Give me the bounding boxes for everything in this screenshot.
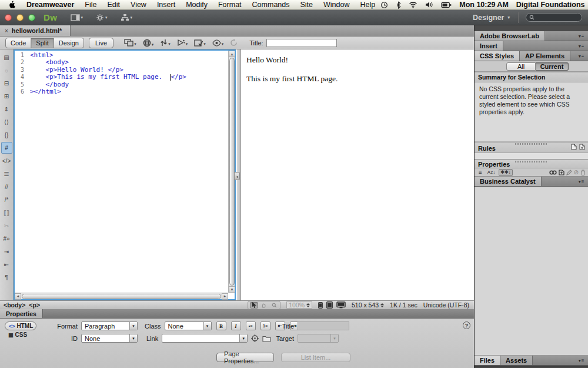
tab-close-icon[interactable]: ×: [5, 28, 8, 34]
wrap-tag-icon[interactable]: ⟦⟧: [1, 207, 12, 218]
wifi-icon[interactable]: [409, 1, 417, 8]
menu-help[interactable]: Help: [355, 1, 381, 9]
remove-comment-icon[interactable]: /*: [1, 194, 12, 205]
preview-in-browser-button[interactable]: ▾: [143, 39, 154, 47]
zoom-window-button[interactable]: [28, 14, 35, 21]
menu-window[interactable]: Window: [318, 1, 355, 9]
folder-icon[interactable]: [262, 335, 271, 342]
menu-dreamweaver[interactable]: Dreamweaver: [21, 1, 79, 9]
tag-p[interactable]: <p>: [29, 301, 40, 309]
menu-modify[interactable]: Modify: [181, 1, 213, 9]
scrollbar-thumb[interactable]: [229, 58, 235, 286]
outdent-code-icon[interactable]: ⇤: [1, 258, 12, 270]
indent-code-icon[interactable]: ⇥: [1, 246, 12, 257]
current-mode-button[interactable]: Current: [536, 62, 569, 71]
properties-panel-tab[interactable]: Properties: [0, 309, 43, 318]
css-properties-section-header[interactable]: Properties: [475, 160, 588, 168]
time-machine-icon[interactable]: [380, 1, 388, 9]
app-search-input[interactable]: [526, 13, 582, 22]
hand-tool-button[interactable]: [260, 302, 268, 309]
attach-style-icon[interactable]: [549, 170, 557, 175]
scroll-right-icon[interactable]: ►: [222, 293, 228, 300]
attach-stylesheet-icon[interactable]: [571, 144, 577, 150]
category-view-button[interactable]: ≡: [477, 169, 484, 176]
move-convert-css-icon[interactable]: #»: [1, 233, 12, 244]
minimize-window-button[interactable]: [16, 14, 24, 21]
drag-grip-icon[interactable]: [515, 143, 548, 145]
edit-rule-icon[interactable]: [566, 170, 572, 175]
recent-snippets-icon[interactable]: ✂: [1, 220, 12, 231]
live-view-button[interactable]: Live: [89, 38, 113, 48]
battery-icon[interactable]: [441, 2, 452, 8]
zoom-tool-button[interactable]: [270, 302, 278, 309]
panel-menu-icon[interactable]: ▾≡: [575, 356, 588, 365]
collapse-full-tag-icon[interactable]: ⊟: [1, 77, 12, 89]
open-documents-icon[interactable]: ▤: [1, 51, 12, 63]
layout-switcher-button[interactable]: ▾: [71, 14, 83, 21]
menu-view[interactable]: View: [125, 1, 152, 9]
window-size-select[interactable]: 510 x 543: [352, 301, 384, 309]
tablet-size-icon[interactable]: [326, 301, 333, 309]
select-parent-tag-icon[interactable]: ⟨⟩: [1, 116, 12, 128]
apple-menu[interactable]: [0, 1, 21, 9]
code-horizontal-scrollbar[interactable]: ◄ ►: [15, 293, 228, 299]
panel-menu-icon[interactable]: ▾≡: [575, 31, 588, 41]
scroll-up-icon[interactable]: ▲: [229, 51, 235, 57]
link-input[interactable]: ▼: [162, 334, 248, 343]
menu-site[interactable]: Site: [295, 1, 319, 9]
tag-body[interactable]: <body>: [4, 301, 25, 309]
bluetooth-icon[interactable]: [396, 1, 401, 9]
scroll-left-icon[interactable]: ◄: [15, 293, 21, 300]
phone-size-icon[interactable]: [318, 302, 323, 309]
file-management-button[interactable]: ▾: [160, 39, 171, 47]
id-select[interactable]: None ▼: [81, 334, 138, 343]
set-properties-view-button[interactable]: ✱✱↓: [499, 169, 512, 176]
panel-menu-icon[interactable]: ▾≡: [575, 177, 588, 186]
files-tab[interactable]: Files: [475, 356, 500, 365]
italic-button[interactable]: I: [231, 321, 241, 330]
new-rule-icon[interactable]: [559, 170, 564, 175]
design-paragraph[interactable]: Hello World!: [246, 55, 474, 65]
menubar-clock[interactable]: Mon 10:29 AM: [459, 1, 509, 9]
help-button[interactable]: ?: [463, 321, 470, 329]
rules-section-header[interactable]: Rules: [475, 142, 588, 153]
design-paragraph[interactable]: This is my first HTML page.: [246, 74, 474, 84]
business-catalyst-tab[interactable]: Business Catalyst: [475, 177, 542, 186]
css-mode-button[interactable]: ▦ CSS: [5, 330, 36, 339]
document-title-input[interactable]: [266, 39, 337, 47]
assets-tab[interactable]: Assets: [500, 356, 533, 365]
ordered-list-button[interactable]: 1≡: [260, 321, 270, 330]
ap-elements-tab[interactable]: AP Elements: [520, 51, 570, 61]
menu-file[interactable]: File: [79, 1, 102, 9]
new-css-rule-icon[interactable]: [579, 144, 585, 150]
page-properties-button[interactable]: Page Properties...: [216, 353, 274, 362]
workspace-switcher[interactable]: Designer ▾: [473, 14, 518, 22]
format-source-code-icon[interactable]: ¶: [1, 271, 12, 283]
close-window-button[interactable]: [5, 14, 12, 21]
split-view-button[interactable]: Split: [31, 38, 54, 48]
design-view-button[interactable]: Design: [54, 38, 83, 48]
browserlab-panel-tab[interactable]: Adobe BrowserLab: [475, 31, 545, 41]
scrollbar-thumb[interactable]: [22, 294, 221, 299]
drag-grip-icon[interactable]: [515, 161, 548, 163]
refresh-design-view-button[interactable]: [230, 39, 238, 47]
menu-insert[interactable]: Insert: [152, 1, 181, 9]
bold-button[interactable]: B: [216, 321, 226, 330]
code-vertical-scrollbar[interactable]: ▲ ▼: [228, 51, 235, 293]
css-styles-tab[interactable]: CSS Styles: [475, 51, 520, 61]
disable-property-icon[interactable]: ⊘: [574, 169, 579, 175]
highlight-invalid-code-icon[interactable]: </>: [1, 155, 12, 167]
volume-icon[interactable]: [425, 1, 433, 8]
menu-commands[interactable]: Commands: [247, 1, 295, 9]
document-tab[interactable]: × helloworld.html*: [0, 25, 71, 36]
splitter-handle[interactable]: ◂: [234, 172, 240, 180]
panel-menu-icon[interactable]: ▾≡: [575, 51, 588, 61]
balance-braces-icon[interactable]: {}: [1, 129, 12, 141]
html-mode-button[interactable]: <> HTML: [5, 321, 36, 330]
syntax-error-alerts-icon[interactable]: ☰: [1, 168, 12, 180]
show-code-navigator-icon[interactable]: ☼: [1, 64, 12, 76]
class-select[interactable]: None ▼: [165, 321, 212, 330]
menu-format[interactable]: Format: [213, 1, 247, 9]
collapse-selection-icon[interactable]: ⊞: [1, 90, 12, 102]
design-view[interactable]: Hello World! This is my first HTML page.: [241, 49, 474, 300]
